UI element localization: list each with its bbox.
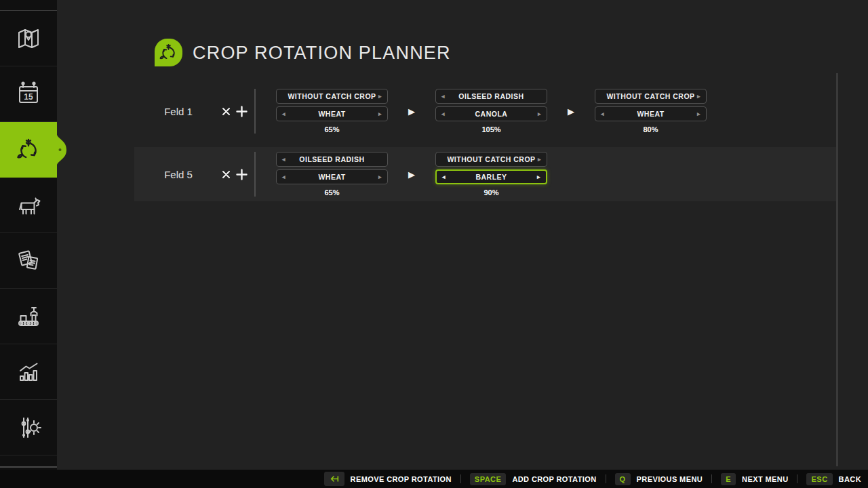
map-icon bbox=[15, 25, 42, 52]
e-key: E bbox=[721, 473, 736, 485]
yield-percentage: 90% bbox=[484, 188, 498, 197]
hotkey-bar: REMOVE CROP ROTATION SPACE ADD CROP ROTA… bbox=[0, 470, 868, 488]
arrow-right-icon[interactable]: ▸ bbox=[697, 89, 701, 103]
catch-crop-selector[interactable]: ◂ OILSEED RADISH bbox=[276, 152, 388, 167]
field-name: Feld 1 bbox=[148, 106, 209, 117]
arrow-left-icon[interactable]: ◂ bbox=[282, 152, 285, 166]
plus-icon bbox=[236, 106, 248, 117]
hotkey-label: REMOVE CROP ROTATION bbox=[351, 475, 452, 483]
scrollbar[interactable] bbox=[836, 73, 838, 466]
crop-selector[interactable]: ◂ CANOLA ▸ bbox=[435, 106, 547, 121]
arrow-right-icon[interactable]: ▸ bbox=[538, 107, 541, 121]
arrow-right-icon[interactable]: ▸ bbox=[537, 171, 540, 183]
row-divider bbox=[254, 89, 256, 134]
crop-selector[interactable]: ◂ WHEAT ▸ bbox=[276, 169, 388, 184]
hotkey-separator bbox=[797, 474, 797, 483]
catch-crop-selector[interactable]: WITHOUT CATCH CROP ▸ bbox=[435, 152, 547, 167]
arrow-left-icon[interactable]: ◂ bbox=[601, 107, 604, 121]
hotkey-separator bbox=[606, 474, 606, 483]
arrow-right-icon[interactable]: ▸ bbox=[697, 107, 701, 121]
hotkey-label: ADD CROP ROTATION bbox=[512, 475, 596, 483]
sidebar-item-settings[interactable] bbox=[0, 400, 57, 455]
arrow-right-icon[interactable]: ▸ bbox=[378, 107, 382, 121]
page-icon bbox=[155, 39, 182, 66]
backspace-arrow-icon bbox=[329, 475, 340, 483]
arrow-right-icon[interactable]: ▸ bbox=[378, 89, 382, 103]
catch-crop-value: WITHOUT CATCH CROP bbox=[606, 92, 694, 100]
hotkey-label: BACK bbox=[839, 475, 861, 483]
rotation-step: WITHOUT CATCH CROP ▸ ◂ WHEAT ▸ 65% bbox=[276, 89, 388, 134]
sidebar-item-statistics[interactable] bbox=[0, 344, 57, 400]
rotation-step: ◂ OILSEED RADISH ◂ CANOLA ▸ 105% bbox=[435, 89, 547, 134]
rotation-step: WITHOUT CATCH CROP ▸ ◂ WHEAT ▸ 80% bbox=[595, 89, 707, 134]
sidebar-item-contracts[interactable] bbox=[0, 233, 57, 289]
hotkey-separator bbox=[711, 474, 712, 483]
catch-crop-value: WITHOUT CATCH CROP bbox=[447, 155, 535, 163]
arrow-right-icon[interactable]: ▸ bbox=[538, 152, 541, 166]
rotation-step: WITHOUT CATCH CROP ▸ ◂ BARLEY ▸ 90% bbox=[435, 152, 547, 197]
q-key: Q bbox=[615, 473, 631, 485]
page-title: CROP ROTATION PLANNER bbox=[193, 43, 451, 64]
sliders-gear-icon bbox=[15, 414, 42, 441]
sidebar-items: 15 bbox=[0, 11, 57, 455]
sidebar-item-crop-rotation[interactable] bbox=[0, 122, 57, 178]
crop-selector-focused[interactable]: ◂ BARLEY ▸ bbox=[435, 169, 547, 184]
field-row-feld-1: Feld 1 WITHOUT CATCH CROP ▸ ◂ WHEAT ▸ bbox=[134, 84, 836, 138]
field-row-feld-5: Feld 5 ◂ OILSEED RADISH ◂ WHEAT ▸ bbox=[134, 147, 836, 201]
step-arrow-icon: ▶ bbox=[547, 106, 595, 117]
hotkey-label: NEXT MENU bbox=[742, 475, 788, 483]
field-name: Feld 5 bbox=[148, 169, 209, 180]
arrow-left-icon[interactable]: ◂ bbox=[441, 89, 445, 103]
rotation-step: ◂ OILSEED RADISH ◂ WHEAT ▸ 65% bbox=[276, 152, 388, 197]
crop-value: CANOLA bbox=[475, 110, 508, 118]
hotkey-separator bbox=[460, 474, 461, 483]
add-step-button[interactable] bbox=[234, 104, 249, 119]
hotkey-add-crop-rotation[interactable]: SPACE ADD CROP ROTATION bbox=[470, 473, 597, 485]
calendar-day-label: 15 bbox=[24, 92, 33, 102]
plus-icon bbox=[236, 169, 248, 180]
documents-icon bbox=[15, 247, 42, 274]
yield-percentage: 105% bbox=[481, 125, 500, 134]
catch-crop-selector[interactable]: WITHOUT CATCH CROP ▸ bbox=[595, 89, 707, 104]
yield-percentage: 65% bbox=[324, 125, 339, 134]
rotation-steps: WITHOUT CATCH CROP ▸ ◂ WHEAT ▸ 65% ▶ ◂ O… bbox=[276, 89, 707, 134]
hotkey-back[interactable]: ESC BACK bbox=[806, 473, 861, 485]
hotkey-remove-crop-rotation[interactable]: REMOVE CROP ROTATION bbox=[324, 472, 452, 486]
selected-tab-pointer bbox=[57, 135, 68, 165]
arrow-left-icon[interactable]: ◂ bbox=[441, 107, 445, 121]
hotkey-label: PREVIOUS MENU bbox=[637, 475, 703, 483]
step-arrow-icon: ▶ bbox=[388, 106, 435, 117]
production-icon bbox=[15, 303, 42, 330]
catch-crop-selector[interactable]: WITHOUT CATCH CROP ▸ bbox=[276, 89, 388, 104]
row-divider bbox=[254, 152, 256, 197]
sidebar: 15 bbox=[0, 0, 57, 470]
yield-percentage: 65% bbox=[324, 188, 339, 197]
sidebar-item-map[interactable] bbox=[0, 11, 57, 66]
sidebar-item-calendar[interactable]: 15 bbox=[0, 66, 57, 122]
arrow-right-icon[interactable]: ▸ bbox=[378, 170, 382, 184]
space-key: SPACE bbox=[470, 473, 507, 485]
catch-crop-value: OILSEED RADISH bbox=[458, 92, 524, 100]
esc-key: ESC bbox=[806, 473, 832, 485]
remove-field-button[interactable] bbox=[218, 104, 233, 119]
cow-icon bbox=[15, 192, 42, 219]
arrow-left-icon[interactable]: ◂ bbox=[442, 171, 446, 183]
crop-value: WHEAT bbox=[637, 110, 664, 118]
arrow-left-icon[interactable]: ◂ bbox=[282, 170, 285, 184]
crop-rotation-planner-screen: 15 bbox=[0, 0, 868, 488]
sidebar-item-production[interactable] bbox=[0, 289, 57, 344]
catch-crop-value: WITHOUT CATCH CROP bbox=[288, 92, 376, 100]
arrow-left-icon[interactable]: ◂ bbox=[282, 107, 285, 121]
crop-selector[interactable]: ◂ WHEAT ▸ bbox=[276, 106, 388, 121]
hotkey-previous-menu[interactable]: Q PREVIOUS MENU bbox=[615, 473, 703, 485]
step-arrow-icon: ▶ bbox=[388, 169, 435, 180]
hotkey-next-menu[interactable]: E NEXT MENU bbox=[721, 473, 788, 485]
crop-value: WHEAT bbox=[318, 110, 345, 118]
sidebar-item-animals[interactable] bbox=[0, 178, 57, 233]
crop-selector[interactable]: ◂ WHEAT ▸ bbox=[595, 106, 707, 121]
add-step-button[interactable] bbox=[234, 167, 249, 182]
sidebar-bottom-divider bbox=[0, 466, 57, 468]
yield-percentage: 80% bbox=[643, 125, 658, 134]
catch-crop-selector[interactable]: ◂ OILSEED RADISH bbox=[435, 89, 547, 104]
remove-field-button[interactable] bbox=[218, 167, 233, 182]
